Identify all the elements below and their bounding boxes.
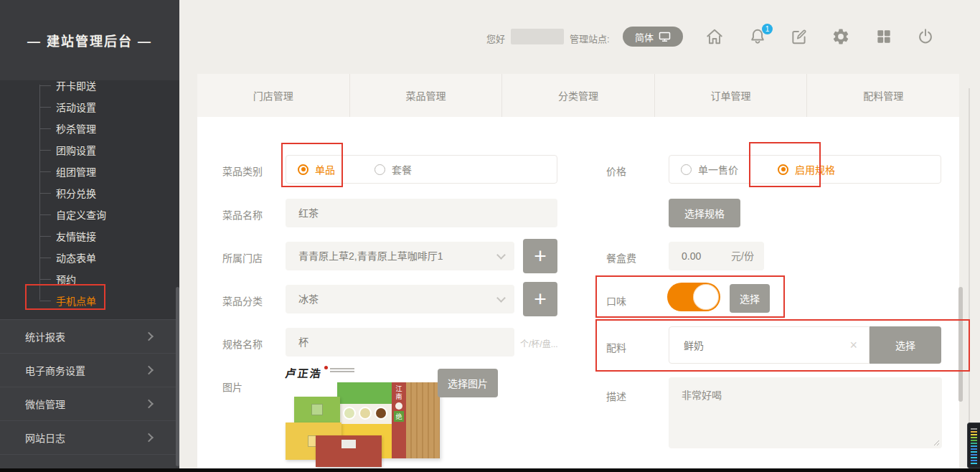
sidebar-section-wangzhanrizhi[interactable]: 网站日志 (0, 420, 179, 454)
tab-dish-management[interactable]: 菜品管理 (350, 74, 503, 117)
radio-label: 单一售价 (698, 162, 738, 176)
radio-label: 单品 (315, 162, 335, 176)
edit-icon (790, 27, 809, 46)
spec-name-input[interactable]: 杯 (286, 328, 514, 357)
flavor-label: 口味 (606, 294, 626, 308)
sidebar-section-dianzishangwu[interactable]: 电子商务设置 (0, 353, 179, 387)
tab-bar: 门店管理 菜品管理 分类管理 订单管理 配料管理 (197, 74, 959, 117)
sidebar-section-label: 统计报表 (25, 329, 65, 344)
brand-subtext (330, 368, 354, 374)
chevron-right-icon (144, 366, 154, 375)
mini-widget-stripes (971, 428, 977, 464)
image-label: 图片 (222, 380, 242, 395)
spec-name-hint: 个/杯/盘... (520, 337, 560, 349)
dish-class-label: 菜品分类 (222, 294, 263, 308)
sidebar-item-shoujidiandan[interactable]: 手机点单 (0, 290, 179, 311)
spec-name-label: 规格名称 (222, 337, 263, 351)
add-store-button[interactable]: + (523, 239, 557, 273)
chevron-down-icon (496, 250, 506, 260)
toggle-knob (693, 284, 719, 310)
radio-single-price[interactable]: 单一售价 (681, 162, 738, 176)
bottom-edge-bar (0, 468, 980, 472)
flavor-toggle[interactable] (667, 283, 720, 311)
radio-set-meal[interactable]: 套餐 (374, 162, 412, 176)
price-label: 价格 (606, 164, 626, 179)
chevron-right-icon (144, 332, 154, 341)
sidebar-section-label: 网站日志 (25, 430, 65, 445)
dish-name-input[interactable]: 红茶 (286, 199, 557, 227)
box-fee-input[interactable]: 0.00 元/份 (669, 242, 764, 270)
sidebar-item-kaikajisong[interactable]: 开卡即送 (0, 75, 179, 96)
flavor-choose-button[interactable]: 选择 (730, 284, 770, 313)
ingredient-label: 配料 (606, 341, 626, 355)
brand-dot (324, 366, 328, 369)
store-label: 所属门店 (222, 251, 263, 265)
box-fee-value: 0.00 (682, 250, 701, 262)
scroll-mini-widget[interactable] (967, 423, 980, 468)
clear-icon[interactable]: × (849, 339, 857, 351)
ingredient-value: 鲜奶 (684, 338, 704, 352)
radio-icon (681, 164, 692, 175)
content-scrollbar-thumb[interactable] (958, 287, 963, 402)
home-button[interactable] (705, 27, 724, 46)
sidebar-scrollbar[interactable] (176, 287, 179, 466)
chevron-right-icon (144, 400, 154, 409)
radio-label: 套餐 (392, 162, 412, 176)
chevron-right-icon (144, 433, 154, 443)
window-scrollbar-track[interactable] (969, 88, 970, 468)
radio-single-item[interactable]: 单品 (298, 162, 335, 176)
monitor-icon (659, 32, 671, 42)
product-image: 卢正浩 江南 绝 (286, 365, 440, 469)
box-strip-bottom-text: 绝 (394, 411, 403, 422)
ingredient-choose-button[interactable]: 选择 (870, 326, 941, 364)
tab-order-management[interactable]: 订单管理 (655, 74, 808, 117)
radio-icon (778, 164, 788, 175)
sidebar-section-weixinguanli[interactable]: 微信管理 (0, 387, 179, 420)
store-select[interactable]: 青青原上草2,青青原上草咖啡厅1 (286, 242, 514, 270)
tab-ingredient-management[interactable]: 配料管理 (807, 74, 959, 117)
sidebar-item-dongtaibiaodan[interactable]: 动态表单 (0, 247, 179, 268)
store-select-value: 青青原上草2,青青原上草咖啡厅1 (298, 250, 443, 262)
apps-grid-icon (875, 27, 893, 46)
sidebar-item-yuyue[interactable]: 预约 (0, 268, 179, 290)
logout-button[interactable] (916, 27, 935, 46)
brand-logo: 卢正浩 (286, 365, 354, 380)
language-button[interactable]: 简体 (623, 27, 683, 47)
sidebar: — 建站管理后台 — 开卡即送 活动设置 秒杀管理 团购设置 组团管理 积分兑换… (0, 0, 179, 472)
language-label: 简体 (635, 30, 654, 44)
tab-category-management[interactable]: 分类管理 (502, 74, 655, 117)
notification-badge: 1 (762, 24, 773, 34)
content-panel: 门店管理 菜品管理 分类管理 订单管理 配料管理 菜品类别 单品 套餐 菜品名称… (197, 74, 959, 472)
box-fee-label: 餐盒费 (606, 251, 636, 265)
sidebar-item-huodongshezhi[interactable]: 活动设置 (0, 96, 179, 118)
ingredient-input[interactable]: 鲜奶 × (669, 326, 870, 364)
edit-button[interactable] (790, 27, 809, 46)
brand-name: 卢正浩 (285, 365, 324, 380)
dish-class-select[interactable]: 冰茶 (286, 285, 514, 313)
tab-store-management[interactable]: 门店管理 (197, 74, 350, 117)
box-fee-unit: 元/份 (731, 242, 754, 270)
power-icon (916, 27, 935, 46)
sidebar-item-miaoshaguanli[interactable]: 秒杀管理 (0, 118, 179, 139)
description-textarea[interactable]: 非常好喝 (669, 377, 942, 448)
sidebar-item-zidingyichaxun[interactable]: 自定义查询 (0, 204, 179, 225)
radio-enable-spec[interactable]: 启用规格 (778, 162, 835, 176)
description-value: 非常好喝 (682, 390, 722, 401)
dish-class-select-value: 冰茶 (298, 293, 319, 305)
sidebar-section-tongjibaobiao[interactable]: 统计报表 (0, 319, 179, 353)
add-class-button[interactable]: + (523, 282, 557, 316)
resize-handle-icon[interactable] (933, 439, 940, 446)
settings-button[interactable] (831, 27, 850, 46)
sidebar-item-jifenduihuan[interactable]: 积分兑换 (0, 182, 179, 204)
choose-image-button[interactable]: 选择图片 (438, 369, 498, 397)
choose-spec-button[interactable]: 选择规格 (669, 199, 740, 227)
apps-button[interactable] (875, 27, 893, 46)
sidebar-item-zutuanguanli[interactable]: 组团管理 (0, 161, 179, 182)
sidebar-item-youqinglianjie[interactable]: 友情链接 (0, 225, 179, 247)
sidebar-item-tuangoushezhi[interactable]: 团购设置 (0, 139, 179, 161)
site-label: 管理站点: (570, 32, 610, 45)
price-radio-group: 单一售价 启用规格 (669, 155, 941, 184)
small-box-green (294, 397, 340, 423)
sidebar-section-label: 电子商务设置 (25, 363, 85, 377)
description-label: 描述 (606, 390, 626, 404)
